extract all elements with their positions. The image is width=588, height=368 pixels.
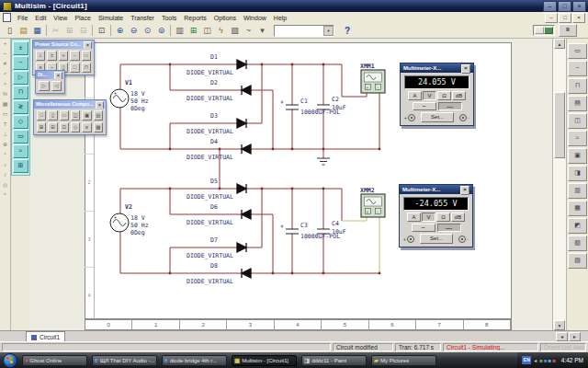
menu-transfer[interactable]: Transfer <box>127 15 158 21</box>
decibel-mode-button[interactable]: dB <box>451 213 465 222</box>
run-switch-button[interactable] <box>533 25 555 36</box>
zoom-in-button[interactable]: ⊕ <box>113 24 127 37</box>
component-group-button-5[interactable]: ◇ <box>13 115 28 129</box>
edit-tool-button-12[interactable]: ♪ <box>0 160 10 170</box>
scroll-up-icon[interactable]: ▲ <box>554 39 565 49</box>
print-button[interactable]: ⊡ <box>95 24 108 37</box>
close-icon[interactable]: × <box>461 64 470 74</box>
palette-0-item-0[interactable]: ⊥ <box>36 51 45 61</box>
instrument-button-10[interactable]: ◩ <box>568 218 587 234</box>
edit-tool-button-14[interactable]: ◎ <box>0 180 10 190</box>
database-manager-button[interactable]: ◫ <box>200 24 214 37</box>
palette-2-item-0[interactable]: ⊞ <box>37 122 46 132</box>
scroll-left-icon[interactable]: ◄ <box>556 332 568 341</box>
edit-tool-button-2[interactable]: # <box>0 59 10 69</box>
tray-icon-2[interactable]: ■ <box>548 358 552 363</box>
start-button[interactable] <box>3 353 17 368</box>
component-group-button-4[interactable]: ≷ <box>13 100 28 114</box>
grapher-button[interactable]: ~ <box>242 24 255 37</box>
tray-icon-3[interactable]: ■ <box>552 358 556 363</box>
component-group-button-1[interactable]: ~ <box>13 56 28 70</box>
spreadsheet-view-button[interactable]: ⊞ <box>187 24 200 37</box>
scrollbar-thumb[interactable] <box>554 92 565 158</box>
menu-help[interactable]: Help <box>270 15 290 21</box>
component-group-button-0[interactable]: ± <box>13 41 28 55</box>
set-button[interactable]: Set... <box>420 234 453 244</box>
menu-view[interactable]: View <box>50 15 71 21</box>
edit-tool-button-6[interactable]: ▦ <box>0 99 10 109</box>
new-file-button[interactable]: ▯ <box>3 24 17 37</box>
instrument-button-11[interactable]: ▧ <box>568 236 587 251</box>
ohmmeter-mode-button[interactable]: Ω <box>436 213 450 222</box>
dc-signal-button[interactable]: — <box>438 102 462 110</box>
taskbar-item-internet-explorer[interactable]: eЩЛ Thai DIY Audio -... <box>92 355 157 366</box>
palette-2-item-1[interactable]: ▯ <box>48 110 57 121</box>
postprocessor-button[interactable]: ▧ <box>228 24 242 37</box>
ammeter-mode-button[interactable]: A <box>408 91 422 100</box>
child-close-button[interactable]: × <box>572 13 585 23</box>
menu-window[interactable]: Window <box>240 15 270 21</box>
paste-button[interactable]: ⊟ <box>76 24 90 37</box>
edit-tool-button-10[interactable]: ⊕ <box>0 140 10 150</box>
palette-2-item-5[interactable]: ▤ <box>94 110 103 121</box>
zoom-100-button[interactable]: ⊙ <box>141 24 154 37</box>
edit-tool-button-13[interactable]: / <box>0 170 10 180</box>
palette-0-item-1[interactable]: ± <box>47 51 56 61</box>
menu-tools[interactable]: Tools <box>158 15 180 21</box>
close-icon[interactable]: × <box>84 41 92 49</box>
taskbar-item-paint[interactable]: ◨dddc11 - Paint <box>301 355 367 366</box>
zoom-out-button[interactable]: ⊖ <box>127 24 141 37</box>
more-tools-button[interactable]: ▾ <box>255 24 269 37</box>
instrument-button-6[interactable]: ▣ <box>568 148 587 164</box>
instrument-button-1[interactable]: ~ <box>568 61 587 76</box>
instrument-button-7[interactable]: ◨ <box>568 166 587 181</box>
palette-2-item-0[interactable]: □ <box>37 110 46 121</box>
close-icon[interactable]: × <box>460 186 469 195</box>
tray-icon-0[interactable]: ■ <box>539 358 543 363</box>
dc-signal-button[interactable]: — <box>437 224 461 232</box>
palette-1-item-0[interactable]: ▷ <box>39 81 50 91</box>
instrument-button-12[interactable]: ▨ <box>568 253 587 269</box>
palette-miscellaneous[interactable]: Miscellaneous Compo... × □▯▭◫▣▤⊞⊟⊡◇≡▦ <box>33 99 107 135</box>
negative-terminal[interactable] <box>459 114 467 121</box>
palette-2-item-2[interactable]: ▭ <box>60 110 69 121</box>
menu-edit[interactable]: Edit <box>31 15 50 21</box>
copy-button[interactable]: ⊞ <box>62 24 76 37</box>
menu-file[interactable]: File <box>14 15 31 21</box>
instrument-button-3[interactable]: ▤ <box>568 96 587 111</box>
voltmeter-mode-button[interactable]: V <box>422 213 435 222</box>
vertical-scrollbar[interactable]: ▲ ▼ <box>552 39 566 330</box>
menu-simulate[interactable]: Simulate <box>95 15 127 21</box>
minimize-button[interactable]: – <box>543 1 557 12</box>
close-icon[interactable]: × <box>96 101 104 109</box>
ohmmeter-mode-button[interactable]: Ω <box>437 91 451 100</box>
taskbar-item-ghost-online[interactable]: ♦Ghost Online <box>22 355 87 366</box>
ac-signal-button[interactable]: ~ <box>413 102 436 110</box>
instrument-button-8[interactable]: ▥ <box>568 183 587 199</box>
component-group-button-6[interactable]: ▭ <box>13 130 28 144</box>
palette-0-item-3[interactable]: − <box>70 51 79 61</box>
scroll-right-icon[interactable]: ► <box>569 332 581 341</box>
hide-icons-arrow[interactable]: ◄ <box>533 358 537 363</box>
palette-2-item-3[interactable]: ◫ <box>71 110 80 121</box>
edit-tool-button-0[interactable]: + <box>0 39 10 49</box>
edit-tool-button-9[interactable]: ⊥ <box>0 130 10 140</box>
positive-terminal[interactable] <box>408 114 415 121</box>
instrument-button-2[interactable]: ⊓ <box>568 78 587 94</box>
set-button[interactable]: Set... <box>421 112 454 122</box>
scroll-down-icon[interactable]: ▼ <box>554 320 565 330</box>
edit-tool-button-15[interactable]: * <box>0 190 10 201</box>
edit-tool-button-3[interactable]: < <box>0 69 10 79</box>
zoom-area-button[interactable]: ⊚ <box>154 24 168 37</box>
pause-button[interactable]: II <box>559 24 577 37</box>
multimeter-window-xmm1[interactable]: Multimeter-X... × 24.055 V A V Ω dB ~ — … <box>400 63 474 126</box>
palette-0-item-3[interactable]: □ <box>70 63 79 73</box>
component-group-button-7[interactable]: ≈ <box>13 144 28 158</box>
save-file-button[interactable]: ▦ <box>30 24 44 37</box>
menu-place[interactable]: Place <box>71 15 95 21</box>
component-group-button-2[interactable]: ▷ <box>13 71 28 85</box>
open-file-button[interactable]: ▤ <box>17 24 30 37</box>
palette-2-item-4[interactable]: ▣ <box>82 110 91 121</box>
decibel-mode-button[interactable]: dB <box>452 91 466 100</box>
palette-2-item-1[interactable]: ⊟ <box>48 122 57 132</box>
